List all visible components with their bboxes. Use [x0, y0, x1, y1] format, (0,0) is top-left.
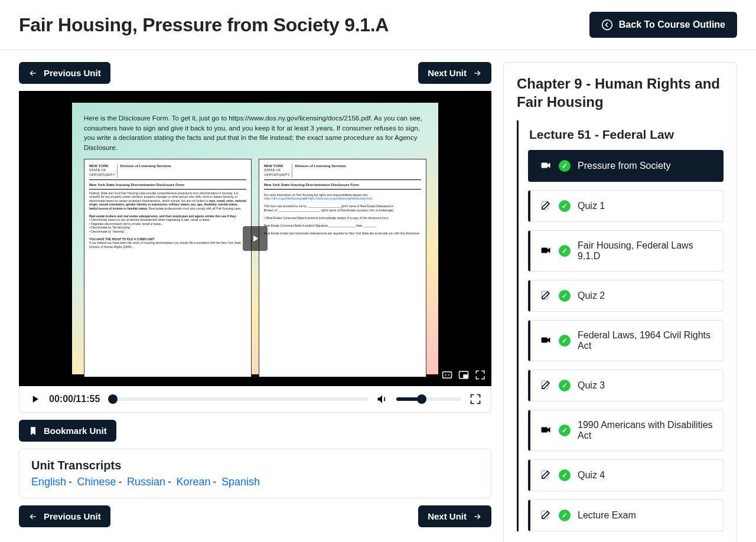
back-to-outline-label: Back To Course Outline — [619, 19, 725, 30]
video-icon — [540, 425, 552, 436]
bookmark-icon — [28, 426, 38, 436]
svg-rect-1 — [443, 372, 452, 378]
lesson-item[interactable]: ✓Lecture Exam — [528, 499, 724, 531]
previous-unit-button-bottom[interactable]: Previous Unit — [19, 505, 110, 527]
svg-rect-6 — [542, 248, 548, 253]
transcripts-panel: Unit Transcripts English- Chinese- Russi… — [19, 449, 491, 498]
video-icon — [540, 160, 552, 172]
lesson-item[interactable]: ✓1990 Americans with Disabilities Act — [528, 410, 724, 451]
lesson-item[interactable]: ✓Federal Laws, 1964 Civil Rights Act — [528, 320, 724, 361]
slide-text: Here is the Disclosure Form. To get it, … — [84, 113, 426, 153]
play-overlay-button[interactable] — [243, 226, 268, 251]
transcripts-title: Unit Transcripts — [31, 459, 479, 472]
back-to-outline-button[interactable]: Back To Course Outline — [589, 12, 737, 38]
check-icon: ✓ — [559, 245, 571, 257]
transcript-link-spanish[interactable]: Spanish — [221, 476, 260, 488]
document-page-1: NEW YORKSTATE OFOPPORTUNITY Division of … — [84, 159, 252, 377]
lesson-item[interactable]: ✓Fair Housing, Federal Laws 9.1.D — [528, 230, 724, 272]
quiz-icon — [540, 200, 552, 212]
seek-thumb[interactable] — [108, 394, 118, 404]
svg-rect-8 — [542, 338, 548, 343]
check-icon: ✓ — [559, 510, 571, 521]
video-icon — [540, 245, 552, 257]
lesson-label: Lecture Exam — [578, 510, 636, 521]
quiz-icon — [540, 290, 552, 302]
lesson-label: Quiz 1 — [578, 201, 605, 211]
lesson-label: Federal Laws, 1964 Civil Rights Act — [578, 330, 713, 351]
quiz-icon — [540, 510, 552, 521]
arrow-left-icon — [28, 68, 38, 78]
check-icon: ✓ — [559, 469, 571, 481]
fullscreen-icon[interactable] — [470, 393, 481, 405]
video-player[interactable]: Here is the Disclosure Form. To get it, … — [19, 91, 491, 386]
chapter-panel: Chapter 9 - Human Rights and Fair Housin… — [503, 62, 737, 542]
previous-unit-label: Previous Unit — [44, 511, 101, 521]
lesson-item[interactable]: ✓Quiz 1 — [528, 190, 724, 222]
video-icon — [540, 335, 552, 347]
bookmark-label: Bookmark Unit — [44, 426, 107, 436]
volume-thumb[interactable] — [417, 394, 426, 404]
lesson-item[interactable]: ✓Quiz 3 — [528, 370, 724, 401]
lecture-title: Lecture 51 - Federal Law — [529, 128, 724, 142]
check-icon: ✓ — [559, 290, 571, 302]
svg-point-0 — [602, 20, 612, 30]
seek-bar[interactable] — [108, 397, 368, 401]
arrow-left-icon — [28, 512, 38, 521]
next-unit-button-top[interactable]: Next Unit — [418, 62, 491, 84]
fullscreen-video-icon[interactable] — [475, 370, 485, 380]
time-display: 00:00/11:55 — [49, 394, 100, 404]
quiz-icon — [540, 380, 552, 391]
arrow-right-icon — [472, 512, 482, 521]
check-icon: ✓ — [559, 425, 571, 436]
svg-rect-3 — [464, 375, 467, 378]
volume-slider[interactable] — [396, 397, 461, 401]
arrow-right-icon — [472, 68, 482, 78]
chapter-title: Chapter 9 - Human Rights and Fair Housin… — [517, 74, 724, 111]
next-unit-label: Next Unit — [428, 511, 467, 521]
next-unit-label: Next Unit — [428, 68, 467, 78]
check-icon: ✓ — [559, 200, 571, 212]
transcripts-links: English- Chinese- Russian- Korean- Spani… — [31, 476, 479, 488]
transcript-link-korean[interactable]: Korean — [176, 476, 210, 488]
page-title: Fair Housing, Pressure from Society 9.1.… — [19, 14, 389, 36]
lesson-label: Quiz 3 — [578, 380, 605, 391]
check-icon: ✓ — [559, 335, 571, 347]
svg-rect-10 — [542, 427, 548, 433]
lesson-label: Pressure from Society — [578, 161, 670, 171]
lesson-label: Quiz 4 — [578, 470, 605, 481]
lesson-item[interactable]: ✓Pressure from Society — [528, 150, 724, 182]
bookmark-button[interactable]: Bookmark Unit — [19, 420, 116, 442]
player-controls: 00:00/11:55 — [19, 386, 491, 413]
previous-unit-label: Previous Unit — [44, 68, 101, 78]
pip-icon[interactable] — [458, 370, 469, 380]
lesson-label: Quiz 2 — [578, 290, 605, 301]
lesson-item[interactable]: ✓Quiz 2 — [528, 280, 724, 312]
document-page-2: NEW YORKSTATE OFOPPORTUNITY Division of … — [259, 159, 426, 377]
check-icon: ✓ — [559, 380, 571, 391]
svg-rect-4 — [542, 163, 548, 168]
check-icon: ✓ — [559, 160, 571, 172]
play-button[interactable] — [29, 393, 41, 405]
previous-unit-button-top[interactable]: Previous Unit — [19, 62, 110, 84]
lesson-item[interactable]: ✓Quiz 4 — [528, 459, 724, 491]
quiz-icon — [540, 469, 552, 481]
lesson-label: Fair Housing, Federal Laws 9.1.D — [578, 240, 713, 262]
transcript-link-english[interactable]: English — [31, 476, 66, 488]
arrow-left-circle-icon — [601, 19, 613, 31]
next-unit-button-bottom[interactable]: Next Unit — [418, 505, 491, 527]
captions-icon[interactable] — [442, 370, 452, 380]
volume-icon[interactable] — [376, 393, 388, 405]
lesson-label: 1990 Americans with Disabilities Act — [578, 420, 713, 441]
transcript-link-chinese[interactable]: Chinese — [77, 476, 116, 488]
transcript-link-russian[interactable]: Russian — [127, 476, 165, 488]
